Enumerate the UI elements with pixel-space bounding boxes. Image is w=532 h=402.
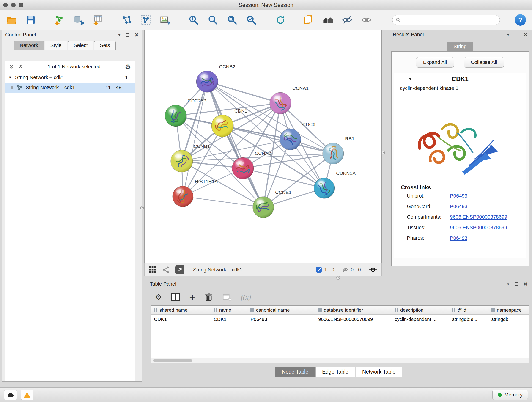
network-node-RB1[interactable]: RB1 <box>323 136 355 164</box>
tab-edge-table[interactable]: Edge Table <box>316 367 355 377</box>
column-header[interactable]: database identifier <box>316 306 392 314</box>
zoom-selected-icon[interactable] <box>246 14 257 26</box>
column-header[interactable]: namespace <box>488 306 529 314</box>
warning-button[interactable] <box>21 390 33 400</box>
tab-node-table[interactable]: Node Table <box>275 367 315 377</box>
tab-style[interactable]: Style <box>45 41 67 50</box>
float-panel-icon[interactable]: ▼ <box>507 33 510 37</box>
table-row[interactable]: CDK1 CDK1 P06493 9606.ENSP00000378699 cy… <box>151 315 529 324</box>
tab-select[interactable]: Select <box>68 41 94 50</box>
current-network-bullet-icon <box>11 86 13 89</box>
uniprot-link[interactable]: P06493 <box>450 193 467 199</box>
network-overview-icon[interactable] <box>162 266 170 274</box>
show-graphics-icon[interactable] <box>361 14 372 26</box>
refresh-icon[interactable] <box>274 14 285 26</box>
collapse-all-button[interactable]: Collapse All <box>464 57 504 68</box>
tree-options-gear-icon[interactable]: ⚙ <box>125 63 131 71</box>
maximize-panel-icon[interactable] <box>515 33 518 36</box>
clone-document-icon[interactable] <box>303 14 314 26</box>
collapse-all-icon[interactable] <box>9 64 14 70</box>
crosslink-row: Tissues: 9606.ENSP00000378699 <box>394 222 526 233</box>
tab-network-table[interactable]: Network Table <box>355 367 402 377</box>
toolbar-separator <box>294 13 294 27</box>
tissues-link[interactable]: 9606.ENSP00000378699 <box>450 225 507 230</box>
splitter-handle[interactable] <box>336 276 340 280</box>
column-header[interactable]: description <box>392 306 450 314</box>
tab-network[interactable]: Network <box>14 41 44 50</box>
network-row[interactable]: String Network – cdk1 11 48 <box>5 83 135 93</box>
export-network-button[interactable] <box>175 265 184 274</box>
column-header[interactable]: @id <box>449 306 488 314</box>
gene-description: cyclin-dependent kinase 1 <box>394 85 526 91</box>
tab-string[interactable]: String <box>447 42 473 51</box>
add-column-icon[interactable]: + <box>189 293 195 301</box>
open-session-icon[interactable] <box>6 14 17 26</box>
column-header[interactable]: canonical name <box>248 306 316 314</box>
save-session-icon[interactable] <box>25 14 36 26</box>
zoom-out-icon[interactable] <box>207 14 218 26</box>
zoom-in-icon[interactable] <box>188 14 199 26</box>
maximize-panel-icon[interactable] <box>126 33 129 37</box>
network-node-CDK1[interactable]: CDK1 <box>211 108 247 137</box>
column-header[interactable]: shared name <box>151 306 211 314</box>
search-input[interactable] <box>403 17 496 23</box>
eye-slash-icon[interactable] <box>342 267 348 273</box>
maximize-panel-icon[interactable] <box>515 282 518 286</box>
session-home-icon[interactable] <box>322 14 333 26</box>
import-table-icon[interactable] <box>92 14 103 26</box>
close-panel-icon[interactable]: × <box>523 32 527 37</box>
network-edge-CCNB2-CCNA1[interactable] <box>207 82 280 103</box>
crosslink-row: GeneCard: P06493 <box>394 201 526 212</box>
import-network-file-icon[interactable] <box>54 14 65 26</box>
expand-all-button[interactable]: Expand All <box>416 57 454 68</box>
cloud-icon <box>7 392 14 397</box>
network-node-HIST1H1A[interactable]: HIST1H1A <box>172 179 218 207</box>
toolbar-separator <box>266 13 266 27</box>
help-button[interactable]: ? <box>515 14 526 26</box>
column-type-icon <box>394 308 399 312</box>
network-node-CCNE1[interactable]: CCNE1 <box>253 190 291 218</box>
zoom-fit-icon[interactable] <box>227 14 238 26</box>
grid-view-icon[interactable] <box>149 266 157 274</box>
genecard-link[interactable]: P06493 <box>450 204 467 210</box>
close-panel-icon[interactable]: × <box>523 282 527 286</box>
column-header[interactable]: name <box>211 306 248 314</box>
import-network-database-icon[interactable] <box>73 14 84 26</box>
results-panel-title: Results Panel <box>393 32 424 38</box>
expand-all-icon[interactable] <box>18 64 23 70</box>
table-options-gear-icon[interactable]: ⚙ <box>155 293 162 302</box>
float-panel-icon[interactable]: ▼ <box>507 282 510 286</box>
node-label-RB1: RB1 <box>345 136 355 141</box>
pharos-link[interactable]: P06493 <box>450 235 467 241</box>
warning-icon <box>24 392 31 398</box>
splitter-handle[interactable] <box>140 206 144 210</box>
network-edge-CCNA2-CDKN1A[interactable] <box>243 168 324 188</box>
scrollbar-thumb[interactable] <box>153 359 192 362</box>
new-network-icon[interactable] <box>121 14 132 26</box>
splitter-handle[interactable] <box>381 151 385 154</box>
show-columns-icon[interactable] <box>171 293 180 302</box>
hide-graphics-icon[interactable] <box>342 14 353 26</box>
new-network-from-selection-icon[interactable] <box>140 14 151 26</box>
checkbox-icon[interactable] <box>316 267 322 273</box>
network-node-CDKN1A[interactable]: CDKN1A <box>314 171 355 198</box>
close-panel-icon[interactable]: × <box>134 32 139 37</box>
memory-button[interactable]: Memory <box>492 390 528 400</box>
float-panel-icon[interactable]: ▼ <box>118 33 121 37</box>
compartments-link[interactable]: 9606.ENSP00000378699 <box>450 214 507 220</box>
network-collection-row[interactable]: ▼ String Network – cdk1 1 <box>5 72 135 83</box>
export-image-icon[interactable] <box>159 14 171 26</box>
network-canvas[interactable]: CCNB2CCNA1CDC25BCDK1CDC6RB1CCNB1CCNA2CDK… <box>144 30 382 263</box>
fit-content-crosshair-icon[interactable] <box>369 265 377 274</box>
collapse-gene-section-icon[interactable]: ▼ <box>408 77 412 82</box>
tree-expander-icon[interactable]: ▼ <box>8 75 12 80</box>
table-header-row: shared name name canonical name database… <box>151 306 529 315</box>
delete-column-trash-icon[interactable] <box>204 293 213 302</box>
collection-label: String Network – cdk1 <box>15 75 64 80</box>
network-edge-CCNB2-CCNE1[interactable] <box>207 82 263 207</box>
search-box[interactable] <box>392 15 500 25</box>
network-node-CCNA1[interactable]: CCNA1 <box>270 85 309 114</box>
network-edge-HIST1H1A-CCNE1[interactable] <box>183 196 263 207</box>
cloud-status-button[interactable] <box>4 390 17 400</box>
tab-sets[interactable]: Sets <box>94 41 116 50</box>
